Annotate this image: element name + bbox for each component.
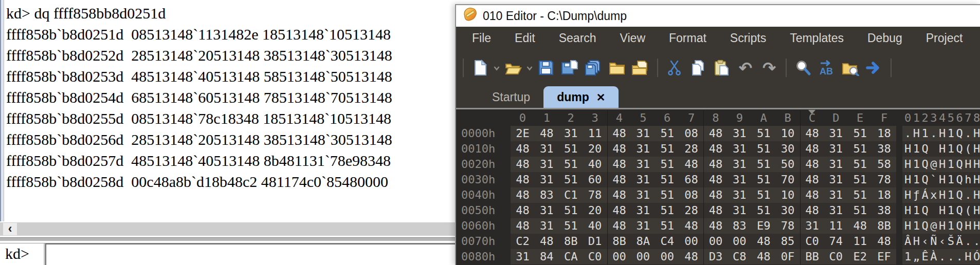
chevron-down-icon[interactable] [525, 60, 534, 75]
hex-byte[interactable]: 31 [728, 126, 752, 141]
hex-byte[interactable]: 08 [679, 126, 703, 141]
menu-edit[interactable]: Edit [503, 31, 547, 45]
hex-byte[interactable]: 48 [511, 141, 535, 157]
hex-byte[interactable]: 48 [703, 141, 728, 157]
hex-byte[interactable]: 48 [679, 249, 703, 264]
hex-byte[interactable]: CA [559, 249, 583, 264]
hex-byte[interactable]: 20 [583, 203, 607, 218]
hex-byte[interactable]: 30 [776, 203, 800, 218]
hex-byte[interactable]: 51 [848, 172, 872, 187]
hex-byte[interactable]: 18 [872, 126, 896, 141]
hex-byte[interactable]: 48 [607, 187, 631, 203]
hex-byte[interactable]: 83 [535, 187, 559, 203]
hex-byte[interactable]: 40 [583, 218, 607, 234]
hex-byte[interactable]: 51 [848, 187, 872, 203]
hex-byte[interactable]: 31 [728, 187, 752, 203]
hex-byte[interactable]: 31 [535, 172, 559, 187]
hex-byte[interactable]: C0 [583, 249, 607, 264]
hex-byte[interactable]: 58 [872, 157, 896, 172]
hex-byte[interactable]: 70 [776, 172, 800, 187]
hex-byte[interactable]: 38 [872, 203, 896, 218]
menu-project[interactable]: Project [914, 31, 975, 45]
ascii-text[interactable]: H1Q@H1QHH [902, 157, 980, 172]
hex-byte[interactable]: 31 [559, 126, 583, 141]
hex-byte[interactable]: 48 [607, 172, 631, 187]
hex-byte[interactable]: 31 [631, 218, 655, 234]
hex-byte[interactable]: 51 [559, 157, 583, 172]
menu-view[interactable]: View [608, 31, 657, 45]
hex-byte[interactable]: 00 [728, 234, 752, 249]
hex-byte[interactable]: 51 [655, 218, 679, 234]
hex-byte[interactable]: 8B [559, 234, 583, 249]
hex-byte[interactable]: 48 [607, 141, 631, 157]
hex-byte[interactable]: 31 [511, 249, 535, 264]
hex-byte[interactable]: 51 [655, 187, 679, 203]
hex-byte[interactable]: 48 [703, 126, 728, 141]
hex-byte[interactable]: 31 [631, 203, 655, 218]
hex-byte[interactable]: 08 [679, 187, 703, 203]
hex-byte[interactable]: 51 [559, 172, 583, 187]
tab-dump[interactable]: dump✕ [543, 86, 619, 108]
menu-debug[interactable]: Debug [856, 31, 914, 45]
hex-byte[interactable]: 48 [679, 157, 703, 172]
hex-byte[interactable]: C0 [824, 249, 848, 264]
hex-byte[interactable]: 51 [848, 141, 872, 157]
hex-byte[interactable]: EF [872, 249, 896, 264]
hex-byte[interactable]: 30 [776, 141, 800, 157]
ascii-text[interactable]: H1Q`H1QhH [902, 172, 980, 187]
hex-byte[interactable]: C1 [559, 187, 583, 203]
hex-byte[interactable]: 31 [824, 141, 848, 157]
hex-byte[interactable]: C0 [800, 234, 824, 249]
hex-byte[interactable]: 10 [776, 187, 800, 203]
hex-byte[interactable]: 51 [752, 126, 776, 141]
hex-byte[interactable]: 31 [535, 218, 559, 234]
hex-byte[interactable]: 48 [535, 234, 559, 249]
ascii-text[interactable]: ÂH‹Ñ‹ŠÄ.. [902, 234, 980, 249]
hex-byte[interactable]: 31 [824, 126, 848, 141]
hex-byte[interactable]: 31 [728, 172, 752, 187]
hex-byte[interactable]: 48 [703, 218, 728, 234]
hex-byte[interactable]: 48 [511, 203, 535, 218]
hex-byte[interactable]: D1 [583, 234, 607, 249]
hex-byte[interactable]: 00 [655, 249, 679, 264]
hex-byte[interactable]: 83 [728, 218, 752, 234]
ascii-text[interactable]: .H1.H1Q.H [902, 126, 980, 141]
hex-byte[interactable]: 84 [535, 249, 559, 264]
undo-icon[interactable]: ↶ [734, 56, 757, 80]
hex-byte[interactable]: C4 [655, 234, 679, 249]
hex-byte[interactable]: 38 [872, 141, 896, 157]
hex-byte[interactable]: E9 [752, 218, 776, 234]
hex-byte[interactable]: 74 [824, 234, 848, 249]
ascii-text[interactable]: H1Q H1Q(H [902, 203, 980, 218]
hex-byte[interactable]: 20 [583, 141, 607, 157]
hex-byte[interactable]: 0F [776, 249, 800, 264]
vertical-scrollbar[interactable] [0, 0, 4, 221]
ascii-text[interactable]: 1„ÊÀ...HÓ [902, 249, 980, 264]
hex-byte[interactable]: C8 [728, 249, 752, 264]
hex-byte[interactable]: 51 [559, 218, 583, 234]
hex-byte[interactable]: 51 [752, 172, 776, 187]
menu-format[interactable]: Format [657, 31, 718, 45]
hex-byte[interactable]: 00 [679, 234, 703, 249]
copy-icon[interactable] [686, 56, 710, 80]
menu-file[interactable]: File [460, 31, 503, 45]
hex-byte[interactable]: D3 [703, 249, 728, 264]
menu-search[interactable]: Search [547, 31, 608, 45]
hex-byte[interactable]: 48 [800, 172, 824, 187]
hex-byte[interactable]: 2E [511, 126, 535, 141]
hex-byte[interactable]: 31 [728, 203, 752, 218]
hex-byte[interactable]: 48 [752, 249, 776, 264]
hex-byte[interactable]: 00 [607, 249, 631, 264]
hex-byte[interactable]: 48 [800, 157, 824, 172]
hex-byte[interactable]: 48 [872, 234, 896, 249]
hex-byte[interactable]: 48 [535, 126, 559, 141]
scroll-left-button[interactable]: ‹ [3, 223, 17, 235]
hex-byte[interactable]: 00 [703, 234, 728, 249]
paste-icon[interactable] [710, 56, 734, 80]
hex-byte[interactable]: 85 [776, 234, 800, 249]
menu-scripts[interactable]: Scripts [718, 31, 778, 45]
hex-byte[interactable]: 31 [728, 141, 752, 157]
hex-byte[interactable]: 51 [655, 172, 679, 187]
ascii-text[interactable]: H1Q H1Q(H [902, 141, 980, 157]
save-icon[interactable] [534, 56, 558, 80]
